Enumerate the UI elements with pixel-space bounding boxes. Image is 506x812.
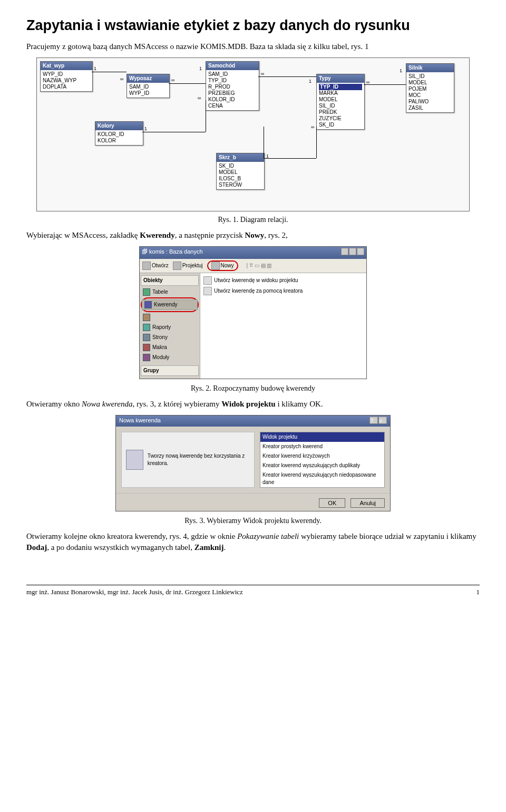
query-icon — [144, 301, 152, 308]
sidebar-item-tabele[interactable]: Tabele — [141, 287, 199, 297]
list-item[interactable]: Utwórz kwerendę w widoku projektu — [202, 275, 364, 286]
query-list: Utwórz kwerendę w widoku projektu Utwórz… — [200, 273, 366, 379]
objects-sidebar: Obiekty Tabele Kwerendy Raporty Strony M… — [140, 273, 200, 379]
table-wyposaz: Wyposaz SAM_ID WYP_ID — [126, 74, 170, 98]
design-button[interactable]: Projektuj — [173, 262, 203, 270]
form-icon — [143, 314, 150, 321]
paragraph-nowa-kwerenda: Otwieramy okno Nowa kwerenda, rys. 3, z … — [26, 399, 480, 410]
access-toolbar: Otwórz Projektuj Nowy | ⠿ ▭ ▤ ▥ — [140, 259, 366, 273]
table-typy: Typy TYP_ID MARKA MODEL SIL_ID PREDK ZUZ… — [316, 74, 365, 130]
new-icon — [211, 262, 220, 270]
intro-paragraph-1: Pracujemy z gotową bazą danych MSAccess … — [26, 41, 480, 52]
open-button[interactable]: Otwórz — [142, 262, 169, 270]
sidebar-item-raporty[interactable]: Raporty — [141, 323, 199, 332]
sidebar-item-moduly[interactable]: Moduły — [141, 353, 199, 362]
new-query-dialog: Nowa kwerenda ?× Tworzy nową kwerendę be… — [115, 415, 391, 511]
figure1-caption: Rys. 1. Diagram relacji. — [26, 215, 480, 225]
list-item[interactable]: Utwórz kwerendę za pomocą kreatora — [202, 286, 364, 296]
new-button-circled[interactable]: Nowy — [207, 260, 238, 271]
sidebar-header: Obiekty — [141, 275, 199, 286]
table-samochod: Samochód SAM_ID TYP_ID R_PROD PRZEBIEG K… — [206, 61, 259, 111]
wizard-icon — [203, 287, 212, 295]
dialog-title-buttons[interactable]: ?× — [369, 417, 387, 425]
sidebar-item-blank[interactable] — [141, 313, 199, 322]
paragraph-pokazywanie-tabeli: Otwieramy kolejne okno kreatora kwerendy… — [26, 531, 480, 553]
page-footer: mgr inż. Janusz Bonarowski, mgr inż. Jac… — [26, 585, 480, 597]
module-icon — [143, 354, 150, 361]
query-big-icon — [126, 450, 143, 470]
open-icon — [142, 262, 151, 270]
access-db-window: 🗐 komis : Baza danych Otwórz Projektuj N… — [139, 246, 367, 379]
table-kat-wyp: Kat_wyp WYP_ID NAZWA_WYP DOPLATA — [40, 61, 93, 92]
table-title: Kat_wyp — [41, 62, 92, 70]
sidebar-item-makra[interactable]: Makra — [141, 343, 199, 352]
list-item-sel[interactable]: Widok projektu — [260, 432, 384, 442]
relationship-diagram: Kat_wyp WYP_ID NAZWA_WYP DOPLATA Wyposaz… — [36, 57, 470, 211]
list-item[interactable]: Kreator kwerend wyszukujących duplikaty — [260, 461, 384, 470]
figure2-caption: Rys. 2. Rozpoczynamy budowę kwerendy — [26, 383, 480, 394]
footer-authors: mgr inż. Janusz Bonarowski, mgr inż. Jac… — [26, 587, 243, 597]
sidebar-item-strony[interactable]: Strony — [141, 333, 199, 342]
figure3-caption: Rys. 3. Wybieramy Widok projektu kwerend… — [26, 516, 480, 526]
dialog-titlebar: Nowa kwerenda ?× — [116, 415, 390, 426]
window-buttons[interactable] — [340, 248, 364, 257]
design-icon — [173, 262, 181, 270]
list-item[interactable]: Kreator kwerend krzyżowych — [260, 451, 384, 461]
sidebar-item-kwerendy[interactable]: Kwerendy — [142, 299, 198, 310]
table-kolory: Kolory KOLOR_ID KOLOR — [95, 121, 143, 146]
macro-icon — [143, 344, 150, 351]
report-icon — [143, 324, 150, 331]
cancel-button[interactable]: Anuluj — [351, 498, 385, 508]
table-skrz-b: Skrz_b SK_ID MODEL ILOSC_B STEROW — [216, 153, 265, 190]
page-title: Zapytania i wstawianie etykiet z bazy da… — [26, 16, 480, 36]
list-item[interactable]: Kreator prostych kwerend — [260, 442, 384, 451]
ok-button[interactable]: OK — [319, 498, 345, 508]
list-item[interactable]: Kreator kwerend wyszukujących niedopasow… — [260, 470, 384, 487]
sidebar-footer: Grupy — [141, 365, 199, 376]
query-type-list[interactable]: Widok projektu Kreator prostych kwerend … — [260, 432, 385, 488]
kwerendy-circled: Kwerendy — [141, 297, 199, 312]
table-icon — [143, 288, 150, 296]
wizard-icon — [203, 276, 212, 285]
dialog-description: Tworzy nową kwerendę bez korzystania z k… — [121, 432, 255, 488]
table-silnik: Silnik SIL_ID MODEL POJEM MOC PALIWO ZAS… — [406, 63, 454, 113]
page-icon — [143, 334, 150, 341]
window-titlebar: 🗐 komis : Baza danych — [140, 247, 366, 258]
paragraph-kwerendy: Wybierając w MSAccess, zakładkę Kwerendy… — [26, 230, 480, 241]
page-number: 1 — [476, 587, 480, 597]
